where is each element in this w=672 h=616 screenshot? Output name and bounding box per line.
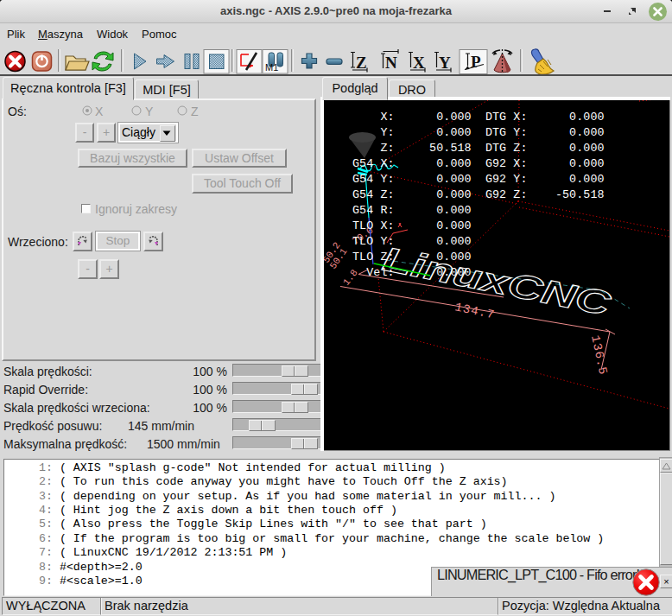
svg-text:P: P [471,53,481,71]
svg-text:N: N [385,54,397,72]
svg-text:M1: M1 [265,62,278,73]
svg-text:136.5: 136.5 [588,334,610,377]
svg-text:Z: Z [356,54,367,72]
svg-text:134.7: 134.7 [453,300,496,321]
svg-text:X: 0.000 DTG X: 0.0: X: 0.000 DTG X: 0.000 Y: 0.000 DTG Y: 0.… [352,111,605,279]
svg-text:X: X [413,54,425,72]
svg-text:Y: Y [439,54,451,72]
